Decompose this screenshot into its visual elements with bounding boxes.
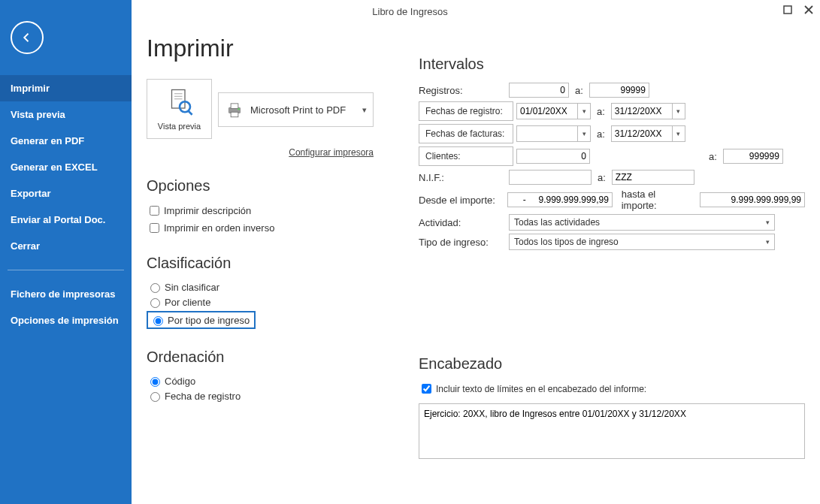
configurar-impresora-link[interactable]: Configurar impresora [289,147,374,158]
back-button[interactable] [11,21,44,54]
importe-to-label: hasta el importe: [622,189,692,211]
sidebar-item-portal[interactable]: Enviar al Portal Doc. [0,207,132,233]
main-panel: Imprimir Vista previa [132,0,820,504]
fechas-registro-to[interactable]: ▾ [611,103,685,119]
document-preview-icon [164,87,195,119]
opt-orden-inverso[interactable]: Imprimir en orden inverso [147,221,374,235]
tipo-ingreso-label: Tipo de ingreso: [419,237,509,248]
nif-to-input[interactable] [612,170,694,185]
sidebar-item-imprimir[interactable]: Imprimir [0,75,132,101]
clientes-from-input[interactable] [516,149,590,164]
chevron-down-icon: ▾ [766,219,770,226]
fechas-registro-from[interactable]: ▾ [516,103,591,119]
svg-rect-10 [231,104,238,109]
printer-name: Microsoft Print to PDF [250,104,346,116]
svg-rect-11 [231,112,238,117]
chevron-down-icon: ▾ [766,238,770,246]
svg-line-8 [188,111,192,115]
chevron-down-icon[interactable]: ▾ [577,104,590,119]
sidebar-item-fichero-impresoras[interactable]: Fichero de impresoras [0,281,132,307]
clasif-cliente[interactable]: Por cliente [147,296,374,308]
actividad-select[interactable]: Todas las actividades▾ [509,214,775,231]
fechas-facturas-from[interactable]: ▾ [516,125,591,142]
importe-to-input[interactable] [700,192,805,207]
svg-rect-0 [784,6,791,14]
printer-selector[interactable]: Microsoft Print to PDF ▾ [218,92,374,127]
actividad-label: Actividad: [419,217,509,228]
registros-label: Registros: [419,85,509,96]
importe-from-label: Desde el importe: [419,195,507,206]
importe-from-input[interactable] [507,192,613,207]
intervalos-heading: Intervalos [419,56,805,73]
close-icon[interactable] [802,3,815,17]
sidebar-item-cerrar[interactable]: Cerrar [0,233,132,259]
vista-previa-button[interactable]: Vista previa [147,79,212,139]
orden-fecha[interactable]: Fecha de registro [147,390,374,402]
clientes-to-input[interactable] [723,149,783,164]
opciones-heading: Opciones [147,177,374,195]
clasif-tipo-ingreso[interactable]: Por tipo de ingreso [147,311,256,329]
ordenacion-heading: Ordenación [147,349,374,366]
maximize-icon[interactable] [781,3,794,17]
clientes-button[interactable]: Clientes: [419,146,513,166]
fechas-facturas-to[interactable]: ▾ [611,125,685,142]
sidebar-item-exportar[interactable]: Exportar [0,180,132,207]
window-title: Libro de Ingresos [0,0,820,24]
sidebar-item-pdf[interactable]: Generar en PDF [0,128,132,154]
encabezado-textarea[interactable] [419,403,805,459]
clasif-sin[interactable]: Sin clasificar [147,281,374,293]
incluir-limites-checkbox[interactable]: Incluir texto de límites en el encabezad… [419,382,805,396]
registros-from-input[interactable] [509,83,569,98]
sidebar-item-excel[interactable]: Generar en EXCEL [0,154,132,180]
orden-codigo[interactable]: Código [147,375,374,387]
sidebar: Imprimir Vista previa Generar en PDF Gen… [0,0,132,504]
chevron-down-icon: ▾ [362,105,367,115]
nif-from-input[interactable] [509,170,592,185]
tipo-ingreso-select[interactable]: Todos los tipos de ingreso▾ [509,234,775,250]
chevron-down-icon[interactable]: ▾ [577,126,590,141]
clasificacion-heading: Clasificación [147,255,374,272]
chevron-down-icon[interactable]: ▾ [672,126,685,141]
opt-descripcion[interactable]: Imprimir descripción [147,204,374,218]
nif-label: N.I.F.: [419,172,509,183]
registros-to-input[interactable] [589,83,649,98]
sidebar-item-opciones-impresion[interactable]: Opciones de impresión [0,307,132,333]
fechas-registro-button[interactable]: Fechas de registro: [419,101,513,121]
page-title: Imprimir [147,35,374,62]
encabezado-heading: Encabezado [419,355,805,373]
printer-icon [225,100,244,119]
fechas-facturas-button[interactable]: Fechas de facturas: [419,124,513,143]
svg-point-12 [238,108,239,110]
chevron-down-icon[interactable]: ▾ [672,104,685,119]
sidebar-item-vista-previa[interactable]: Vista previa [0,101,132,128]
